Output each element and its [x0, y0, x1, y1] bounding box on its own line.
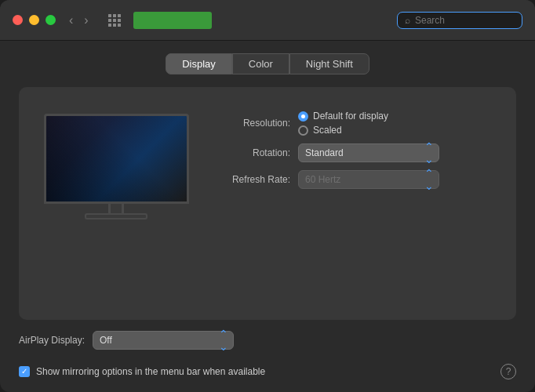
airplay-row: AirPlay Display: Off ⌃ ⌄	[19, 331, 516, 350]
resolution-row: Resolution: Default for display Scaled	[220, 111, 497, 136]
grid-icon	[108, 14, 121, 27]
close-button[interactable]	[13, 15, 23, 25]
checkmark-icon: ✓	[21, 368, 27, 376]
help-button[interactable]: ?	[500, 364, 516, 379]
airplay-label: AirPlay Display:	[19, 335, 85, 346]
search-icon: ⌕	[405, 15, 410, 26]
minimize-button[interactable]	[29, 15, 39, 25]
content-area: Display Color Night Shift Resolution:	[0, 41, 535, 392]
refresh-rate-label: Refresh Rate:	[220, 174, 290, 185]
resolution-scaled-item[interactable]: Scaled	[298, 125, 388, 136]
monitor-stand-neck	[108, 204, 124, 213]
monitor-container	[38, 106, 195, 227]
monitor-stand-base	[85, 213, 147, 220]
mirroring-left: ✓ Show mirroring options in the menu bar…	[19, 366, 265, 377]
monitor-graphic	[44, 114, 189, 220]
title-bar: ‹ › ⌕	[0, 0, 535, 41]
bottom-section: AirPlay Display: Off ⌃ ⌄ ✓ Show mirrorin…	[19, 331, 516, 379]
settings-panel: Resolution: Default for display Scaled	[220, 106, 497, 189]
rotation-label: Rotation:	[220, 147, 290, 158]
search-input[interactable]	[415, 15, 515, 26]
app-name-bar	[133, 12, 212, 29]
main-panel: Resolution: Default for display Scaled	[19, 87, 516, 320]
resolution-default-item[interactable]: Default for display	[298, 111, 388, 122]
mirroring-checkbox[interactable]: ✓	[19, 366, 30, 377]
mirroring-label: Show mirroring options in the menu bar w…	[36, 366, 265, 377]
rotation-select-wrapper: Standard ⌃ ⌄	[298, 143, 439, 162]
rotation-select[interactable]: Standard	[298, 143, 439, 162]
refresh-select-wrapper: 60 Hertz ⌃ ⌄	[298, 170, 439, 189]
resolution-scaled-radio[interactable]	[298, 125, 308, 136]
resolution-default-label: Default for display	[313, 111, 388, 122]
tab-display[interactable]: Display	[166, 53, 232, 74]
resolution-default-radio[interactable]	[298, 111, 308, 122]
nav-arrows: ‹ ›	[65, 12, 93, 29]
airplay-select[interactable]: Off	[93, 331, 234, 350]
app-grid-button[interactable]	[105, 11, 124, 30]
resolution-label: Resolution:	[220, 118, 290, 129]
traffic-lights	[13, 15, 56, 25]
resolution-scaled-label: Scaled	[313, 125, 342, 136]
search-box[interactable]: ⌕	[397, 12, 522, 29]
monitor-screen	[44, 114, 189, 204]
tab-nightshift[interactable]: Night Shift	[289, 53, 369, 74]
rotation-row: Rotation: Standard ⌃ ⌄	[220, 143, 497, 162]
tab-color[interactable]: Color	[232, 53, 289, 74]
airplay-select-wrapper: Off ⌃ ⌄	[93, 331, 234, 350]
resolution-radio-group: Default for display Scaled	[298, 111, 388, 136]
tabs: Display Color Night Shift	[19, 53, 516, 74]
refresh-rate-row: Refresh Rate: 60 Hertz ⌃ ⌄	[220, 170, 497, 189]
mirroring-row: ✓ Show mirroring options in the menu bar…	[19, 364, 516, 379]
forward-button[interactable]: ›	[80, 12, 92, 29]
main-window: ‹ › ⌕ Display Color Night Shift	[0, 0, 535, 392]
refresh-select[interactable]: 60 Hertz	[298, 170, 439, 189]
maximize-button[interactable]	[45, 15, 56, 25]
back-button[interactable]: ‹	[65, 12, 77, 29]
